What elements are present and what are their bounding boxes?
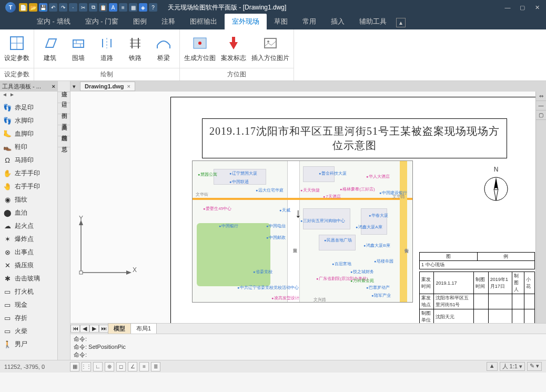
qat-copy-icon[interactable]: ⧉ bbox=[89, 3, 97, 12]
dyn-icon[interactable]: ≡ bbox=[139, 362, 149, 371]
ribbon-collapse-icon[interactable]: ▴ bbox=[396, 18, 406, 27]
svg-marker-27 bbox=[79, 220, 83, 225]
qat-layer-icon[interactable]: ≡ bbox=[119, 3, 127, 12]
lwt-icon[interactable]: ≣ bbox=[151, 362, 160, 371]
ribbon-tab[interactable]: 草图 bbox=[267, 14, 295, 29]
info-cell bbox=[524, 309, 535, 324]
palette-item[interactable]: ✱击击玻璃 bbox=[0, 272, 57, 285]
info-cell bbox=[474, 309, 488, 324]
qat-help-icon[interactable]: ? bbox=[149, 3, 157, 12]
layout-tab-model[interactable]: 模型 bbox=[108, 323, 131, 334]
layout-prev-icon[interactable]: ◀ bbox=[80, 325, 89, 333]
palette-vtab[interactable]: 交通工具 bbox=[58, 114, 70, 125]
svg-rect-30 bbox=[79, 271, 83, 274]
palette-vtab[interactable]: 痕迹 bbox=[58, 81, 70, 92]
doc-tab-label: Drawing1.dwg bbox=[85, 83, 124, 89]
qat-block-icon[interactable]: ▦ bbox=[129, 3, 137, 12]
palette-item[interactable]: 👣赤足印 bbox=[0, 101, 57, 114]
doc-tab-close-icon[interactable]: × bbox=[127, 83, 130, 89]
bridge-button[interactable]: 桥梁 bbox=[152, 35, 175, 63]
palette-item[interactable]: ▭现金 bbox=[0, 298, 57, 311]
nav-left-icon[interactable]: ◄ bbox=[2, 92, 7, 101]
document-tab[interactable]: Drawing1.dwg × bbox=[80, 82, 135, 91]
svg-marker-29 bbox=[126, 270, 132, 275]
qat-new-icon[interactable]: 📄 bbox=[19, 3, 27, 12]
ribbon-tab[interactable]: 注释 bbox=[154, 14, 183, 29]
ribbon-tab[interactable]: 室内 - 门窗 bbox=[78, 14, 126, 29]
ribbon-tab[interactable]: 辅助工具 bbox=[352, 14, 394, 29]
minimize-button[interactable]: — bbox=[501, 3, 514, 12]
ribbon-tab[interactable]: 图框输出 bbox=[183, 14, 225, 29]
palette-item[interactable]: 👞鞋印 bbox=[0, 140, 57, 154]
palette-item[interactable]: ✕撬压痕 bbox=[0, 259, 57, 272]
palette-vtab[interactable]: 图例 bbox=[58, 103, 70, 114]
palette-item[interactable]: ▭火柴 bbox=[0, 325, 57, 338]
polar-icon[interactable]: ⊕ bbox=[105, 362, 114, 371]
genmap-button[interactable]: 生成方位图 bbox=[184, 35, 216, 63]
palette-item[interactable]: 🚶男尸 bbox=[0, 338, 57, 351]
palette-item[interactable]: ✶爆炸点 bbox=[0, 233, 57, 246]
qat-redo-icon[interactable]: ↷ bbox=[59, 3, 67, 12]
maximize-button[interactable]: ▢ bbox=[515, 3, 529, 12]
drawing-canvas[interactable]: 2019.1.17沈阳市和平区五里河街51号王某被盗案现场现场方位示意图 ↓ 辽… bbox=[70, 92, 546, 323]
command-input[interactable] bbox=[87, 352, 543, 358]
palette-item[interactable]: ▭打火机 bbox=[0, 285, 57, 298]
status-model-icon[interactable]: ▲ bbox=[487, 362, 498, 371]
road-button[interactable]: 道路 bbox=[95, 35, 118, 63]
layout-first-icon[interactable]: ⏮ bbox=[70, 325, 80, 333]
palette-item[interactable]: ⬤血泊 bbox=[0, 206, 57, 219]
palette-item[interactable]: ◉指纹 bbox=[0, 193, 57, 206]
map-poi: 百思富地 bbox=[332, 261, 351, 267]
qat-paste-icon[interactable]: 📋 bbox=[99, 3, 107, 12]
layout-next-icon[interactable]: ▶ bbox=[89, 325, 99, 333]
otrack-icon[interactable]: ∠ bbox=[128, 362, 137, 371]
ortho-icon[interactable]: ∟ bbox=[93, 362, 103, 371]
layout-last-icon[interactable]: ⏭ bbox=[99, 325, 108, 333]
ribbon-tab-active[interactable]: 室外现场 bbox=[225, 14, 267, 29]
view-min-icon[interactable]: — bbox=[536, 101, 546, 110]
snap-grid-icon[interactable]: ▦ bbox=[70, 362, 79, 371]
palette-vtab[interactable]: 道口 bbox=[58, 92, 70, 103]
palette-item[interactable]: ☁起火点 bbox=[0, 219, 57, 233]
view-split-icon[interactable]: ⇔ bbox=[536, 92, 546, 101]
osnap-icon[interactable]: ◻ bbox=[116, 362, 126, 371]
window-title: 天元现场绘图软件平面版 - [Drawing1.dwg] bbox=[168, 3, 286, 12]
layout-tab[interactable]: 布局1 bbox=[130, 323, 157, 334]
ribbon-tab[interactable]: 常用 bbox=[295, 14, 323, 29]
wall-button[interactable]: 围墙 bbox=[67, 35, 90, 63]
palette-item[interactable]: 🤚右手手印 bbox=[0, 180, 57, 193]
marker-button[interactable]: 案发标志 bbox=[221, 35, 246, 63]
building-button[interactable]: 建筑 bbox=[38, 35, 62, 63]
palette-item[interactable]: ✋左手手印 bbox=[0, 167, 57, 180]
insert-image-button[interactable]: 插入方位图片 bbox=[251, 35, 289, 63]
close-button[interactable]: ✕ bbox=[530, 3, 544, 12]
param-button[interactable]: 设定参数 bbox=[4, 35, 29, 63]
qat-print-icon[interactable]: ◈ bbox=[139, 3, 147, 12]
ribbon-tab[interactable]: 室内 - 墙线 bbox=[29, 14, 78, 29]
qat-text-icon[interactable]: A bbox=[109, 3, 117, 12]
doctab-menu-icon[interactable]: ▾ bbox=[73, 83, 80, 90]
palette-item[interactable]: 👣水脚印 bbox=[0, 114, 57, 127]
palette-vtab[interactable]: 建筑构件 bbox=[58, 125, 70, 136]
svg-marker-3 bbox=[46, 39, 56, 47]
palette-item-label: 存折 bbox=[15, 314, 27, 323]
qat-cut-icon[interactable]: ✂ bbox=[79, 3, 87, 12]
status-annoscale-icon[interactable]: ✎ ▾ bbox=[527, 362, 542, 371]
snap-mode-icon[interactable]: ⋮⋮ bbox=[82, 362, 91, 371]
palette-item[interactable]: ▭存折 bbox=[0, 311, 57, 325]
palette-item[interactable]: Ω马蹄印 bbox=[0, 154, 57, 167]
qat-save-icon[interactable]: 💾 bbox=[39, 3, 47, 12]
palette-item[interactable]: ⊗出事点 bbox=[0, 246, 57, 259]
ribbon-tab[interactable]: 插入 bbox=[323, 14, 352, 29]
qat-undo-icon[interactable]: ↶ bbox=[49, 3, 57, 12]
palette-close-icon[interactable]: × bbox=[52, 83, 55, 89]
ribbon-tab[interactable]: 图例 bbox=[126, 14, 154, 29]
palette-header[interactable]: 工具选项板 - ... × bbox=[0, 81, 57, 92]
view-max-icon[interactable]: ▢ bbox=[536, 110, 546, 120]
nav-right-icon[interactable]: ► bbox=[9, 92, 15, 101]
palette-vtab[interactable]: 总览 bbox=[58, 136, 70, 147]
rail-button[interactable]: 铁路 bbox=[124, 35, 147, 63]
qat-open-icon[interactable]: 📂 bbox=[29, 3, 37, 12]
status-scale-icon[interactable]: 人 1:1 ▾ bbox=[500, 362, 525, 371]
palette-item[interactable]: 🦶血脚印 bbox=[0, 127, 57, 140]
